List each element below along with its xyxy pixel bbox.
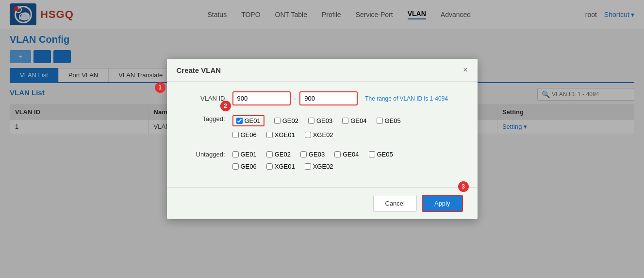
untagged-ge04-label: GE04 <box>343 151 359 158</box>
tagged-ge05-item: GE05 <box>377 117 401 124</box>
cancel-button[interactable]: Cancel <box>373 195 417 212</box>
tagged-ge06-checkbox[interactable] <box>232 132 239 138</box>
untagged-ge02-label: GE02 <box>275 151 291 158</box>
tagged-xge02-checkbox[interactable] <box>305 132 311 138</box>
untagged-xge01-item: XGE01 <box>266 163 295 170</box>
untagged-ge04-checkbox[interactable] <box>334 151 341 157</box>
vlan-id-start-input[interactable] <box>232 91 291 105</box>
create-vlan-modal: Create VLAN × VLAN ID - The range of VLA… <box>167 59 478 219</box>
tagged-xge01-checkbox[interactable] <box>266 132 273 138</box>
untagged-xge02-checkbox[interactable] <box>305 163 311 170</box>
vlan-id-dash: - <box>294 95 297 103</box>
vlan-id-end-input[interactable] <box>299 91 358 105</box>
tagged-ge02-checkbox[interactable] <box>274 118 281 124</box>
untagged-ge04-item: GE04 <box>334 151 359 158</box>
tagged-label: Tagged: <box>182 115 225 122</box>
untagged-ge06-checkbox[interactable] <box>232 163 239 170</box>
tagged-ge02-label: GE02 <box>282 117 298 124</box>
untagged-ge03-checkbox[interactable] <box>300 151 307 157</box>
untagged-xge02-label: XGE02 <box>313 163 333 170</box>
tagged-ge04-item: GE04 <box>342 117 366 124</box>
tagged-ge06-item: GE06 <box>232 131 257 139</box>
vlan-id-inputs: - The range of VLAN ID is 1-4094 1 <box>232 91 448 105</box>
untagged-ge05-checkbox[interactable] <box>369 151 375 157</box>
modal-overlay: Create VLAN × VLAN ID - The range of VLA… <box>0 0 644 278</box>
untagged-xge02-item: XGE02 <box>305 163 333 170</box>
untagged-label: Untagged: <box>182 151 225 158</box>
untagged-row: Untagged: GE01 GE02 GE03 <box>182 151 463 170</box>
modal-footer: Cancel 3 Apply <box>167 187 478 219</box>
tagged-ge02-item: GE02 <box>274 117 298 124</box>
tagged-xge01-label: XGE01 <box>275 131 295 139</box>
tagged-ge01-item: GE01 <box>232 115 264 126</box>
tagged-row: Tagged: 2 GE01 GE <box>182 115 463 139</box>
untagged-ge03-label: GE03 <box>309 151 325 158</box>
tagged-ge04-checkbox[interactable] <box>342 118 348 124</box>
step-badge-2: 2 <box>220 101 231 111</box>
step-badge-3: 3 <box>458 181 469 192</box>
modal-title: Create VLAN <box>177 66 221 74</box>
tagged-ge03-checkbox[interactable] <box>308 118 314 124</box>
modal-body: VLAN ID - The range of VLAN ID is 1-4094… <box>167 82 478 187</box>
tagged-ge04-label: GE04 <box>350 117 366 124</box>
tagged-ge05-checkbox[interactable] <box>377 118 383 124</box>
untagged-ge05-item: GE05 <box>369 151 393 158</box>
untagged-ge02-checkbox[interactable] <box>266 151 273 157</box>
untagged-ge05-label: GE05 <box>377 151 393 158</box>
untagged-ge06-item: GE06 <box>232 163 257 170</box>
vlan-id-range-hint: The range of VLAN ID is 1-4094 <box>365 95 448 102</box>
tagged-ge01-label: GE01 <box>245 117 261 124</box>
vlan-id-label: VLAN ID <box>182 95 225 102</box>
modal-close-button[interactable]: × <box>463 66 467 74</box>
untagged-xge01-label: XGE01 <box>275 163 295 170</box>
untagged-xge01-checkbox[interactable] <box>266 163 273 170</box>
untagged-ge06-label: GE06 <box>241 163 257 170</box>
tagged-ge03-label: GE03 <box>316 117 332 124</box>
untagged-ge03-item: GE03 <box>300 151 325 158</box>
untagged-ge01-checkbox[interactable] <box>232 151 239 157</box>
tagged-xge02-label: XGE02 <box>313 131 333 139</box>
tagged-ge05-label: GE05 <box>385 117 401 124</box>
tagged-ge03-item: GE03 <box>308 117 332 124</box>
step-badge-1: 1 <box>155 82 165 93</box>
untagged-ge01-item: GE01 <box>232 151 257 158</box>
untagged-ge02-item: GE02 <box>266 151 291 158</box>
tagged-ge06-label: GE06 <box>241 131 257 139</box>
tagged-xge01-item: XGE01 <box>266 131 295 139</box>
tagged-ports: 2 GE01 GE02 GE03 <box>232 115 463 139</box>
untagged-ports: GE01 GE02 GE03 GE04 <box>232 151 463 170</box>
modal-header: Create VLAN × <box>167 59 478 82</box>
tagged-xge02-item: XGE02 <box>305 131 333 139</box>
tagged-ge01-checkbox[interactable] <box>236 118 243 124</box>
untagged-ge01-label: GE01 <box>241 151 257 158</box>
apply-button[interactable]: Apply <box>422 195 463 212</box>
